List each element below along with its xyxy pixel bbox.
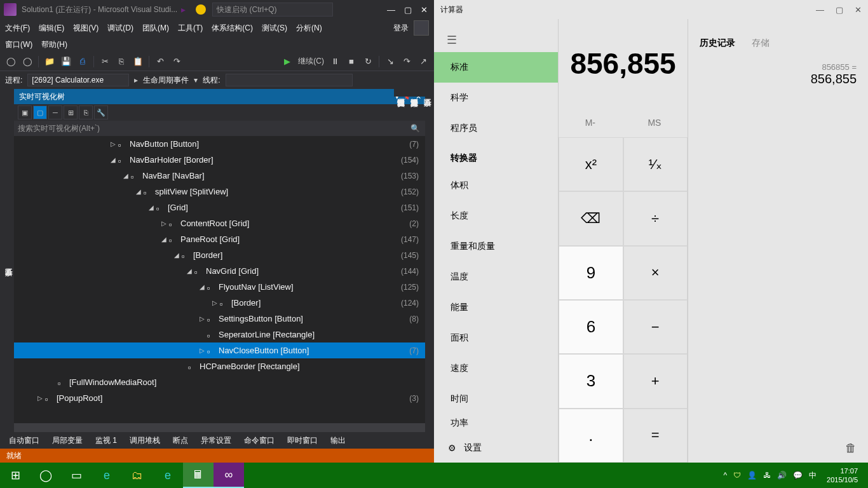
right-tab-solution[interactable]: 解决方案资源管理器 — [407, 89, 421, 97]
tree-expand-icon[interactable]: ◢ — [160, 236, 168, 243]
save-all-icon[interactable]: ⎙ — [77, 56, 88, 67]
process-dropdown[interactable]: [2692] Calculator.exe — [27, 74, 129, 86]
tree-expand-icon[interactable]: ◢ — [109, 156, 117, 163]
tree-expand-icon[interactable]: ◢ — [147, 204, 155, 211]
tree-expand-icon[interactable]: ▷ — [160, 220, 168, 227]
pause-icon[interactable]: ⏸ — [329, 56, 341, 67]
menu-test[interactable]: 测试(S) — [262, 23, 287, 34]
btab-breakpoints[interactable]: 断点 — [168, 433, 193, 448]
step-over-icon[interactable]: ↷ — [401, 56, 412, 67]
key-equals[interactable]: = — [623, 409, 688, 463]
tree-row[interactable]: ▷▫NavButton [Button](7) — [14, 136, 425, 152]
continue-label[interactable]: 继续(C) — [298, 56, 324, 67]
open-file-icon[interactable]: 📁 — [44, 56, 55, 67]
task-view-button[interactable]: ▭ — [61, 463, 92, 488]
key-9[interactable]: 9 — [559, 246, 623, 300]
nav-speed[interactable]: 速度 — [434, 353, 558, 384]
btab-locals[interactable]: 局部变量 — [47, 433, 88, 448]
taskbar-clock[interactable]: 17:07 2015/10/5 — [823, 466, 862, 484]
btab-auto[interactable]: 自动窗口 — [4, 433, 44, 448]
calc-maximize-button[interactable]: ▢ — [836, 5, 843, 15]
calc-minimize-button[interactable]: — — [816, 5, 824, 15]
tree-expand-icon[interactable]: ▷ — [36, 395, 44, 402]
nav-energy[interactable]: 能量 — [434, 292, 558, 323]
save-icon[interactable]: 💾 — [60, 56, 72, 67]
key-backspace[interactable]: ⌫ — [559, 191, 623, 245]
tree-tool-5[interactable]: ⎘ — [79, 105, 93, 119]
tree-expand-icon[interactable]: ◢ — [122, 172, 130, 179]
menu-analyze[interactable]: 分析(N) — [296, 23, 322, 34]
btab-exceptions[interactable]: 异常设置 — [196, 433, 236, 448]
nav-settings[interactable]: ⚙ 设置 — [434, 433, 558, 463]
memory-tab[interactable]: 存储 — [752, 37, 770, 49]
tree-row[interactable]: ◢▫NavBarHolder [Border](154) — [14, 152, 425, 168]
key-divide[interactable]: ÷ — [623, 191, 688, 245]
thread-dropdown[interactable] — [226, 74, 353, 86]
tree-expand-icon[interactable]: ▷ — [109, 140, 117, 147]
undo-icon[interactable]: ↶ — [154, 56, 166, 67]
cut-icon[interactable]: ✂ — [99, 56, 111, 67]
tree-row[interactable]: ▷▫ContentRoot [Grid](2) — [14, 215, 425, 231]
panel-title-bar[interactable]: 实时可视化树 ▾ 📌 ✕ — [14, 89, 425, 104]
tree-tool-3[interactable]: ─ — [48, 105, 62, 119]
tree-expand-icon[interactable]: ◢ — [173, 252, 180, 259]
tree-search-input[interactable]: 搜索实时可视化树(Alt+`) 🔍 — [14, 121, 425, 136]
nav-fwd-button[interactable]: ◯ — [22, 56, 33, 67]
nav-standard[interactable]: 标准 — [434, 52, 558, 83]
menu-file[interactable]: 文件(F) — [5, 23, 30, 34]
cortana-button[interactable]: ◯ — [31, 463, 61, 488]
menu-tools[interactable]: 工具(T) — [178, 23, 203, 34]
tree-row[interactable]: ◢▫[Grid](151) — [14, 200, 425, 215]
vs-left-dock-tab[interactable]: 诊断工具 — [0, 89, 14, 432]
tray-security-icon[interactable]: 🛡 — [733, 471, 741, 480]
feedback-smiley-icon[interactable] — [196, 4, 206, 15]
step-into-icon[interactable]: ↘ — [384, 56, 396, 67]
key-reciprocal[interactable]: ¹∕ₓ — [623, 137, 688, 191]
copy-icon[interactable]: ⎘ — [116, 56, 127, 67]
tree-expand-icon[interactable]: ▷ — [198, 347, 206, 354]
tree-row[interactable]: ▫HCPaneBorder [Rectangle] — [14, 358, 425, 374]
right-tab-liveprops[interactable]: 实时属性资源管理器 — [394, 89, 407, 97]
nav-programmer[interactable]: 程序员 — [434, 113, 558, 144]
tree-tool-6[interactable]: 🔧 — [94, 105, 108, 119]
menu-team[interactable]: 团队(M) — [142, 23, 169, 34]
minimize-button[interactable]: — — [387, 5, 395, 15]
tree-tool-2[interactable]: ▢ — [33, 105, 47, 119]
tray-up-icon[interactable]: ^ — [723, 471, 727, 480]
btab-watch[interactable]: 监视 1 — [90, 433, 122, 448]
login-link[interactable]: 登录 — [393, 23, 409, 34]
tree-expand-icon[interactable]: ◢ — [198, 283, 206, 290]
key-xsq[interactable]: x² — [559, 137, 623, 191]
tray-notifications-icon[interactable]: 💬 — [793, 471, 803, 480]
nav-time[interactable]: 时间 — [434, 384, 558, 414]
tree-expand-icon[interactable]: ▷ — [198, 315, 206, 322]
tree-row[interactable]: ◢▫NavBar [NavBar](153) — [14, 168, 425, 184]
tree-row[interactable]: ◢▫PaneRoot [Grid](147) — [14, 231, 425, 247]
tree-expand-icon[interactable]: ▷ — [211, 299, 219, 306]
tray-user-icon[interactable]: 👤 — [747, 471, 757, 480]
history-clear-button[interactable]: 🗑 — [688, 434, 868, 463]
nav-scientific[interactable]: 科学 — [434, 83, 558, 113]
vs-title-arrow-icon[interactable]: ▸ — [181, 4, 186, 15]
tree-list[interactable]: ▷▫NavButton [Button](7)◢▫NavBarHolder [B… — [14, 136, 425, 423]
history-tab[interactable]: 历史记录 — [700, 37, 735, 49]
menu-debug[interactable]: 调试(D) — [107, 23, 133, 34]
redo-icon[interactable]: ↷ — [171, 56, 182, 67]
continue-play-icon[interactable]: ▶ — [281, 56, 293, 67]
step-out-icon[interactable]: ↗ — [417, 56, 429, 67]
hamburger-icon[interactable]: ☰ — [434, 28, 558, 52]
tree-row[interactable]: ◢▫FlyoutNav [ListView](125) — [14, 279, 425, 295]
key-6[interactable]: 6 — [559, 300, 623, 354]
close-button[interactable]: ✕ — [421, 5, 428, 15]
paste-icon[interactable]: 📋 — [132, 56, 144, 67]
edge-icon[interactable]: e — [92, 463, 122, 488]
right-tab-diag[interactable]: 诊断工具 — [421, 89, 434, 97]
nav-weight[interactable]: 重量和质量 — [434, 231, 558, 262]
nav-volume[interactable]: 体积 — [434, 170, 558, 201]
stop-icon[interactable]: ■ — [346, 56, 357, 67]
start-button[interactable]: ⊞ — [0, 463, 31, 488]
menu-arch[interactable]: 体系结构(C) — [212, 23, 253, 34]
calc-close-button[interactable]: ✕ — [855, 5, 862, 15]
menu-window[interactable]: 窗口(W) — [5, 39, 32, 50]
calculator-taskbar-icon[interactable]: 🖩 — [183, 463, 214, 488]
